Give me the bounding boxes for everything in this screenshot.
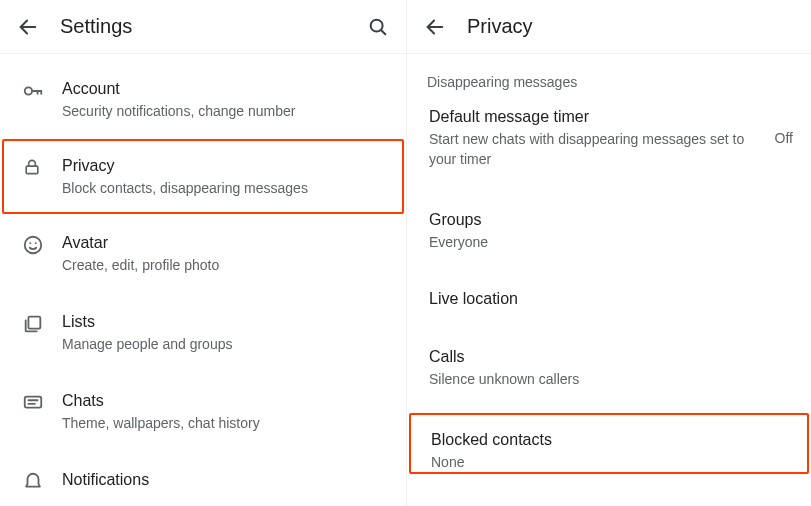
settings-item-privacy[interactable]: Privacy Block contacts, disappearing mes…: [2, 139, 404, 214]
arrow-back-icon: [424, 16, 446, 38]
row-trailing-value: Off: [775, 130, 793, 146]
row-body: Account Security notifications, change n…: [62, 78, 388, 121]
settings-item-notifications[interactable]: Notifications: [0, 451, 406, 495]
key-icon: [22, 78, 62, 102]
settings-item-avatar[interactable]: Avatar Create, edit, profile photo: [0, 214, 406, 293]
privacy-topbar: Privacy: [407, 0, 811, 54]
row-sub: Theme, wallpapers, chat history: [62, 413, 388, 433]
row-body: Calls Silence unknown callers: [429, 346, 793, 389]
settings-item-account[interactable]: Account Security notifications, change n…: [0, 60, 406, 139]
row-body: Groups Everyone: [429, 209, 793, 252]
row-title: Avatar: [62, 232, 388, 254]
privacy-title: Privacy: [467, 15, 797, 38]
row-title: Privacy: [62, 155, 388, 177]
settings-item-lists[interactable]: Lists Manage people and groups: [0, 293, 406, 372]
lists-icon: [22, 311, 62, 335]
settings-pane: Settings Account Security notifications,…: [0, 0, 406, 506]
row-title: Account: [62, 78, 388, 100]
settings-title: Settings: [60, 15, 364, 38]
privacy-list: Disappearing messages Default message ti…: [407, 54, 811, 506]
svg-rect-11: [28, 317, 40, 329]
settings-topbar: Settings: [0, 0, 406, 54]
avatar-icon: [22, 232, 62, 256]
svg-rect-7: [26, 166, 38, 174]
privacy-item-blocked-contacts[interactable]: Blocked contacts None: [409, 413, 809, 474]
row-title: Chats: [62, 390, 388, 412]
svg-rect-12: [25, 397, 42, 408]
svg-point-8: [25, 237, 42, 254]
row-sub: Security notifications, change number: [62, 101, 388, 121]
row-sub: Create, edit, profile photo: [62, 255, 388, 275]
svg-point-9: [29, 242, 31, 244]
svg-line-2: [381, 29, 385, 33]
settings-item-chats[interactable]: Chats Theme, wallpapers, chat history: [0, 372, 406, 451]
row-body: Blocked contacts None: [431, 429, 793, 472]
arrow-back-icon: [17, 16, 39, 38]
row-body: Privacy Block contacts, disappearing mes…: [62, 155, 388, 198]
privacy-item-default-timer[interactable]: Default message timer Start new chats wi…: [407, 94, 811, 191]
privacy-pane: Privacy Disappearing messages Default me…: [406, 0, 811, 506]
row-title: Notifications: [62, 469, 388, 491]
row-body: Chats Theme, wallpapers, chat history: [62, 390, 388, 433]
row-body: Avatar Create, edit, profile photo: [62, 232, 388, 275]
back-button[interactable]: [14, 13, 42, 41]
row-title: Lists: [62, 311, 388, 333]
row-body: Default message timer Start new chats wi…: [429, 106, 767, 169]
row-sub: Everyone: [429, 232, 793, 252]
privacy-item-live-location[interactable]: Live location: [407, 270, 811, 328]
search-button[interactable]: [364, 13, 392, 41]
section-header-disappearing: Disappearing messages: [407, 60, 811, 94]
lock-icon: [22, 155, 62, 177]
svg-point-10: [35, 242, 37, 244]
settings-list: Account Security notifications, change n…: [0, 54, 406, 506]
row-title: Groups: [429, 209, 793, 231]
row-title: Live location: [429, 288, 793, 310]
row-sub: Silence unknown callers: [429, 369, 793, 389]
chats-icon: [22, 390, 62, 414]
back-button[interactable]: [421, 13, 449, 41]
row-title: Default message timer: [429, 106, 767, 128]
row-sub: Start new chats with disappearing messag…: [429, 129, 767, 169]
search-icon: [367, 16, 389, 38]
notifications-icon: [22, 469, 62, 493]
row-title: Blocked contacts: [431, 429, 793, 451]
row-body: Notifications: [62, 469, 388, 491]
row-body: Lists Manage people and groups: [62, 311, 388, 354]
row-sub: Block contacts, disappearing messages: [62, 178, 388, 198]
row-sub: Manage people and groups: [62, 334, 388, 354]
svg-point-3: [25, 87, 32, 94]
row-sub: None: [431, 452, 793, 472]
privacy-item-groups[interactable]: Groups Everyone: [407, 191, 811, 270]
row-title: Calls: [429, 346, 793, 368]
row-body: Live location: [429, 288, 793, 310]
privacy-item-calls[interactable]: Calls Silence unknown callers: [407, 328, 811, 407]
